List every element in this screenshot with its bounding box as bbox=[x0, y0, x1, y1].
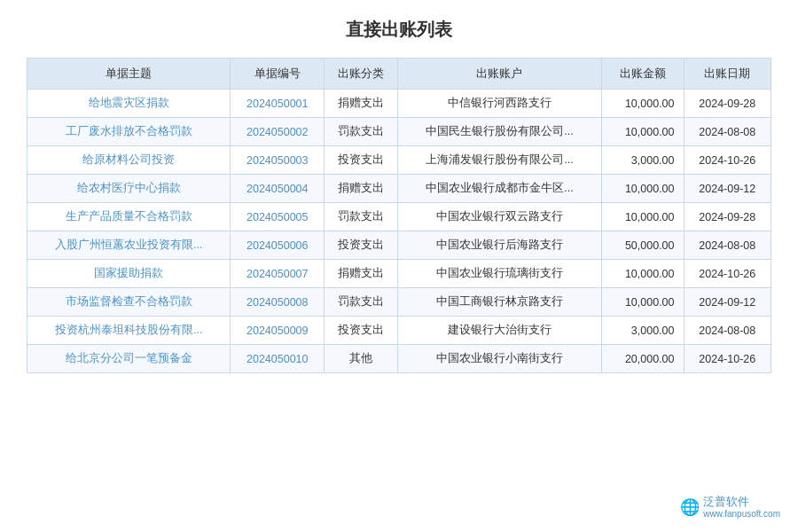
cell-date: 2024-10-26 bbox=[684, 260, 771, 288]
col-code: 单据编号 bbox=[231, 59, 325, 90]
cell-code[interactable]: 2024050010 bbox=[231, 345, 325, 373]
cell-date: 2024-10-26 bbox=[684, 146, 771, 175]
cell-category: 罚款支出 bbox=[325, 118, 398, 146]
cell-category: 捐赠支出 bbox=[325, 260, 398, 288]
cell-subject[interactable]: 国家援助捐款 bbox=[27, 260, 231, 288]
cell-category: 投资支出 bbox=[325, 231, 398, 260]
table-row: 市场监督检查不合格罚款2024050008罚款支出中国工商银行林京路支行10,0… bbox=[27, 288, 771, 317]
cell-account: 中国农业银行小南街支行 bbox=[398, 345, 601, 373]
cell-category: 投资支出 bbox=[325, 146, 398, 175]
col-account: 出账账户 bbox=[398, 59, 601, 90]
cell-date: 2024-08-08 bbox=[684, 317, 771, 345]
page-wrapper: 直接出账列表 单据主题 单据编号 出账分类 出账账户 出账金额 出账日期 给地震… bbox=[0, 0, 798, 532]
cell-date: 2024-09-12 bbox=[684, 175, 771, 203]
cell-code[interactable]: 2024050005 bbox=[231, 203, 325, 231]
table-row: 给农村医疗中心捐款2024050004捐赠支出中国农业银行成都市金牛区...10… bbox=[27, 175, 771, 203]
cell-code[interactable]: 2024050003 bbox=[231, 146, 325, 175]
col-date: 出账日期 bbox=[684, 59, 771, 90]
cell-amount: 10,000.00 bbox=[601, 260, 684, 288]
cell-subject[interactable]: 投资杭州泰坦科技股份有限... bbox=[27, 317, 231, 345]
watermark-url: www.fanpusoft.com bbox=[703, 509, 780, 520]
cell-code[interactable]: 2024050002 bbox=[231, 118, 325, 146]
table-row: 给北京分公司一笔预备金2024050010其他中国农业银行小南街支行20,000… bbox=[27, 345, 771, 373]
table-row: 入股广州恒蕙农业投资有限...2024050006投资支出中国农业银行后海路支行… bbox=[27, 231, 771, 260]
cell-date: 2024-09-28 bbox=[684, 90, 771, 118]
table-body: 给地震灾区捐款2024050001捐赠支出中信银行河西路支行10,000.002… bbox=[27, 90, 771, 373]
cell-amount: 20,000.00 bbox=[601, 345, 684, 373]
cell-amount: 10,000.00 bbox=[601, 118, 684, 146]
cell-account: 中国农业银行双云路支行 bbox=[398, 203, 601, 231]
watermark-brand: 泛普软件 bbox=[703, 495, 780, 509]
header-row: 单据主题 单据编号 出账分类 出账账户 出账金额 出账日期 bbox=[27, 59, 771, 90]
cell-date: 2024-09-28 bbox=[684, 203, 771, 231]
cell-date: 2024-09-12 bbox=[684, 288, 771, 317]
cell-subject[interactable]: 工厂废水排放不合格罚款 bbox=[27, 118, 231, 146]
table-row: 生产产品质量不合格罚款2024050005罚款支出中国农业银行双云路支行10,0… bbox=[27, 203, 771, 231]
cell-date: 2024-10-26 bbox=[684, 345, 771, 373]
col-category: 出账分类 bbox=[325, 59, 398, 90]
cell-subject[interactable]: 给农村医疗中心捐款 bbox=[27, 175, 231, 203]
col-amount: 出账金额 bbox=[601, 59, 684, 90]
cell-subject[interactable]: 给原材料公司投资 bbox=[27, 146, 231, 175]
cell-category: 捐赠支出 bbox=[325, 90, 398, 118]
cell-account: 中国农业银行成都市金牛区... bbox=[398, 175, 601, 203]
cell-category: 罚款支出 bbox=[325, 288, 398, 317]
cell-amount: 10,000.00 bbox=[601, 90, 684, 118]
cell-account: 中国民生银行股份有限公司... bbox=[398, 118, 601, 146]
cell-code[interactable]: 2024050008 bbox=[231, 288, 325, 317]
cell-subject[interactable]: 生产产品质量不合格罚款 bbox=[27, 203, 231, 231]
cell-account: 中国工商银行林京路支行 bbox=[398, 288, 601, 317]
cell-code[interactable]: 2024050004 bbox=[231, 175, 325, 203]
page-title: 直接出账列表 bbox=[27, 18, 771, 42]
cell-account: 中国农业银行琉璃街支行 bbox=[398, 260, 601, 288]
main-table: 单据主题 单据编号 出账分类 出账账户 出账金额 出账日期 给地震灾区捐款202… bbox=[27, 58, 771, 373]
cell-account: 中国农业银行后海路支行 bbox=[398, 231, 601, 260]
cell-code[interactable]: 2024050001 bbox=[231, 90, 325, 118]
cell-amount: 3,000.00 bbox=[601, 317, 684, 345]
cell-date: 2024-08-08 bbox=[684, 231, 771, 260]
watermark-text: 泛普软件 www.fanpusoft.com bbox=[703, 495, 780, 520]
table-row: 投资杭州泰坦科技股份有限...2024050009投资支出建设银行大治街支行3,… bbox=[27, 317, 771, 345]
watermark-logo: 🌐 bbox=[680, 497, 700, 517]
cell-subject[interactable]: 给北京分公司一笔预备金 bbox=[27, 345, 231, 373]
cell-amount: 3,000.00 bbox=[601, 146, 684, 175]
cell-code[interactable]: 2024050007 bbox=[231, 260, 325, 288]
table-row: 国家援助捐款2024050007捐赠支出中国农业银行琉璃街支行10,000.00… bbox=[27, 260, 771, 288]
cell-code[interactable]: 2024050006 bbox=[231, 231, 325, 260]
cell-account: 中信银行河西路支行 bbox=[398, 90, 601, 118]
table-row: 给原材料公司投资2024050003投资支出上海浦发银行股份有限公司...3,0… bbox=[27, 146, 771, 175]
cell-category: 其他 bbox=[325, 345, 398, 373]
cell-subject[interactable]: 给地震灾区捐款 bbox=[27, 90, 231, 118]
table-row: 工厂废水排放不合格罚款2024050002罚款支出中国民生银行股份有限公司...… bbox=[27, 118, 771, 146]
cell-amount: 10,000.00 bbox=[601, 288, 684, 317]
table-row: 给地震灾区捐款2024050001捐赠支出中信银行河西路支行10,000.002… bbox=[27, 90, 771, 118]
cell-subject[interactable]: 入股广州恒蕙农业投资有限... bbox=[27, 231, 231, 260]
watermark: 🌐 泛普软件 www.fanpusoft.com bbox=[680, 495, 780, 520]
cell-amount: 10,000.00 bbox=[601, 175, 684, 203]
cell-category: 捐赠支出 bbox=[325, 175, 398, 203]
cell-date: 2024-08-08 bbox=[684, 118, 771, 146]
cell-category: 投资支出 bbox=[325, 317, 398, 345]
col-subject: 单据主题 bbox=[27, 59, 231, 90]
cell-category: 罚款支出 bbox=[325, 203, 398, 231]
cell-code[interactable]: 2024050009 bbox=[231, 317, 325, 345]
cell-account: 上海浦发银行股份有限公司... bbox=[398, 146, 601, 175]
cell-account: 建设银行大治街支行 bbox=[398, 317, 601, 345]
cell-amount: 50,000.00 bbox=[601, 231, 684, 260]
table-header: 单据主题 单据编号 出账分类 出账账户 出账金额 出账日期 bbox=[27, 59, 771, 90]
cell-subject[interactable]: 市场监督检查不合格罚款 bbox=[27, 288, 231, 317]
cell-amount: 10,000.00 bbox=[601, 203, 684, 231]
